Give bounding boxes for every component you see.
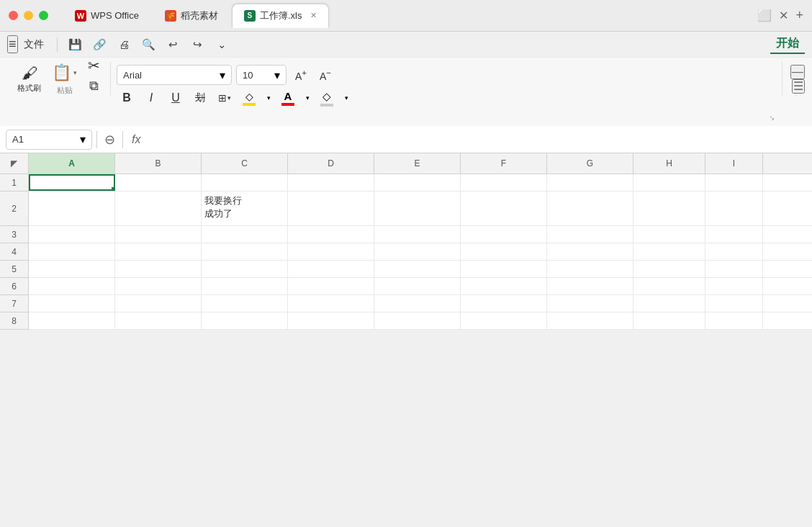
file-menu[interactable]: 文件 — [24, 38, 44, 51]
decrease-font-button[interactable]: A− — [315, 65, 335, 85]
tab-close-button[interactable]: ✕ — [310, 11, 317, 20]
row-num-3[interactable]: 3 — [0, 226, 28, 243]
cell-e8[interactable] — [374, 312, 461, 329]
cell-i3[interactable] — [705, 226, 763, 243]
cell-b7[interactable] — [115, 295, 202, 312]
cell-c4[interactable] — [202, 243, 288, 260]
cell-f4[interactable] — [461, 243, 547, 260]
font-size-dropdown[interactable]: 10 ▾ — [236, 65, 287, 85]
cell-g1[interactable] — [547, 174, 633, 191]
cell-e5[interactable] — [374, 261, 461, 277]
cell-g8[interactable] — [547, 312, 633, 329]
border-button[interactable]: ⊞ ▾ — [215, 88, 235, 108]
cell-a3[interactable] — [29, 226, 115, 243]
cell-f3[interactable] — [461, 226, 547, 243]
select-all-button[interactable]: ◤ — [0, 153, 29, 174]
kaishi-tab[interactable]: 开始 — [770, 35, 805, 54]
cell-g6[interactable] — [547, 278, 633, 294]
cell-g3[interactable] — [547, 226, 633, 243]
font-name-dropdown[interactable]: Arial ▾ — [117, 65, 232, 85]
row-num-1[interactable]: 1 — [0, 174, 28, 192]
cell-h2[interactable] — [633, 192, 705, 225]
window-close-button[interactable]: ✕ — [779, 9, 788, 22]
cell-g5[interactable] — [547, 261, 633, 277]
fill-color-caret[interactable]: ▾ — [263, 88, 274, 108]
more-button[interactable]: ⌄ — [213, 35, 232, 54]
cell-g7[interactable] — [547, 295, 633, 312]
cell-i7[interactable] — [705, 295, 763, 312]
strikethrough-button[interactable]: 划 — [190, 88, 210, 108]
cell-d2[interactable] — [288, 192, 374, 225]
cell-c6[interactable] — [202, 278, 288, 294]
cell-e6[interactable] — [374, 278, 461, 294]
row-num-7[interactable]: 7 — [0, 295, 28, 312]
cell-f7[interactable] — [461, 295, 547, 312]
col-header-g[interactable]: G — [547, 153, 633, 174]
clear-format-button[interactable]: ◇ — [317, 89, 337, 108]
cell-i2[interactable] — [705, 192, 763, 225]
cell-b3[interactable] — [115, 226, 202, 243]
col-header-i[interactable]: I — [705, 153, 763, 174]
col-header-e[interactable]: E — [374, 153, 461, 174]
tab-workbook[interactable]: S 工作簿.xls ✕ — [232, 4, 330, 28]
row-num-6[interactable]: 6 — [0, 278, 28, 295]
cell-b6[interactable] — [115, 278, 202, 294]
row-num-8[interactable]: 8 — [0, 312, 28, 330]
close-button[interactable] — [9, 11, 18, 20]
cell-e7[interactable] — [374, 295, 461, 312]
cell-e3[interactable] — [374, 226, 461, 243]
cell-g4[interactable] — [547, 243, 633, 260]
cell-f1[interactable] — [461, 174, 547, 191]
cell-d8[interactable] — [288, 312, 374, 329]
scissors-button[interactable]: ✂ — [85, 55, 103, 76]
cell-a2[interactable] — [29, 192, 115, 225]
col-header-c[interactable]: C — [202, 153, 288, 174]
cell-c8[interactable] — [202, 312, 288, 329]
menu-icon[interactable]: ≡ — [7, 35, 18, 53]
cell-b4[interactable] — [115, 243, 202, 260]
bold-button[interactable]: B — [117, 88, 137, 108]
minimize-button[interactable] — [24, 11, 33, 20]
link-button[interactable]: 🔗 — [91, 35, 109, 54]
cell-a5[interactable] — [29, 261, 115, 277]
cell-i4[interactable] — [705, 243, 763, 260]
cell-f6[interactable] — [461, 278, 547, 294]
cell-i5[interactable] — [705, 261, 763, 277]
clear-caret[interactable]: ▾ — [341, 88, 351, 108]
cell-a8[interactable] — [29, 312, 115, 329]
cell-b5[interactable] — [115, 261, 202, 277]
cell-d6[interactable] — [288, 278, 374, 294]
cell-reference-box[interactable]: A1 ▾ — [6, 130, 92, 150]
cell-g2[interactable] — [547, 192, 633, 225]
col-header-b[interactable]: B — [115, 153, 202, 174]
cell-c5[interactable] — [202, 261, 288, 277]
row-num-4[interactable]: 4 — [0, 243, 28, 261]
redo-button[interactable]: ↪ — [189, 35, 207, 54]
save-button[interactable]: 💾 — [66, 35, 85, 54]
cell-h7[interactable] — [633, 295, 705, 312]
tab-wps-office[interactable]: W WPS Office — [63, 4, 151, 28]
copy-button[interactable]: ⧉ — [86, 77, 102, 95]
cell-e4[interactable] — [374, 243, 461, 260]
cell-h8[interactable] — [633, 312, 705, 329]
cell-c1[interactable] — [202, 174, 288, 191]
col-header-a[interactable]: A — [29, 153, 115, 174]
increase-font-button[interactable]: A+ — [291, 65, 311, 85]
cell-e1[interactable] — [374, 174, 461, 191]
cell-h5[interactable] — [633, 261, 705, 277]
cell-b1[interactable] — [115, 174, 202, 191]
font-color-button[interactable]: A — [278, 89, 298, 107]
underline-button[interactable]: U — [166, 88, 186, 108]
cell-i1[interactable] — [705, 174, 763, 191]
formula-input[interactable] — [149, 130, 806, 150]
undo-button[interactable]: ↩ — [164, 35, 183, 54]
cell-i8[interactable] — [705, 312, 763, 329]
find-button[interactable]: 🔍 — [140, 35, 158, 54]
col-header-f[interactable]: F — [461, 153, 547, 174]
cell-b8[interactable] — [115, 312, 202, 329]
new-tab-button[interactable]: + — [795, 8, 803, 23]
font-color-caret[interactable]: ▾ — [302, 88, 312, 108]
cell-d5[interactable] — [288, 261, 374, 277]
cell-i6[interactable] — [705, 278, 763, 294]
cell-a6[interactable] — [29, 278, 115, 294]
